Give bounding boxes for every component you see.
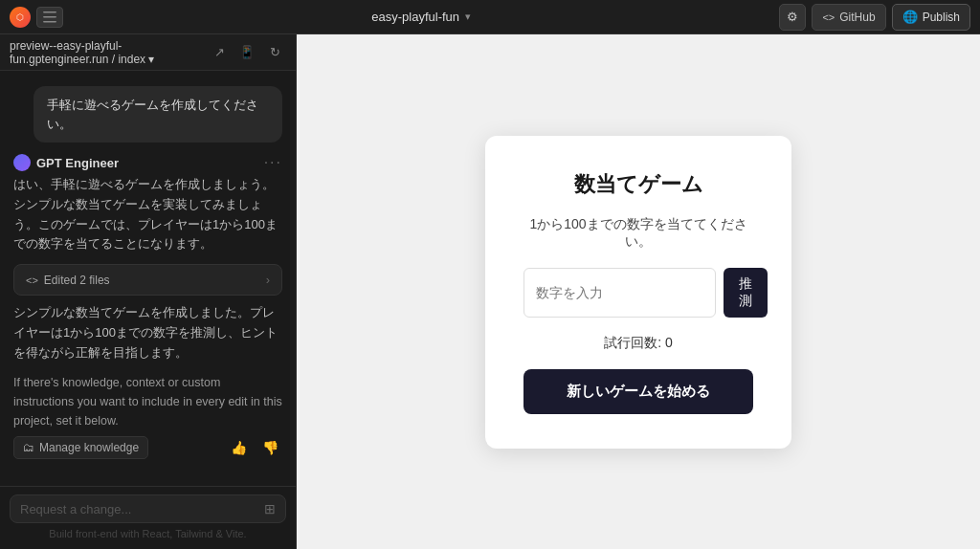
preview-area: 数当てゲーム 1から100までの数字を当ててください。 推測 試行回数: 0 新… bbox=[297, 34, 980, 549]
gpt-response-text: はい、手軽に遊べるゲームを作成しましょう。シンプルな数当てゲームを実装してみまし… bbox=[13, 175, 282, 254]
top-bar-center: easy-playful-fun ▾ bbox=[71, 10, 771, 24]
svg-rect-0 bbox=[43, 11, 56, 13]
knowledge-text: If there's knowledge, context or custom … bbox=[13, 373, 282, 430]
manage-knowledge-icon: 🗂 bbox=[23, 441, 34, 454]
code-icon: <> bbox=[26, 274, 38, 286]
footer-text: Build front-end with React, Tailwind & V… bbox=[10, 523, 286, 541]
refresh-button[interactable]: ↻ bbox=[263, 41, 286, 64]
gpt-avatar bbox=[13, 154, 31, 171]
external-link-button[interactable]: ↗ bbox=[208, 41, 231, 64]
edited-files-label: Edited 2 files bbox=[44, 274, 110, 287]
publish-button[interactable]: 🌐 Publish bbox=[892, 4, 970, 31]
thumbs-up-button[interactable]: 👍 bbox=[227, 438, 251, 457]
code-brackets-icon: <> bbox=[822, 11, 835, 23]
gpt-name-row: GPT Engineer bbox=[13, 154, 119, 171]
manage-knowledge-button[interactable]: 🗂 Manage knowledge bbox=[13, 436, 148, 459]
url-path: / index bbox=[112, 53, 149, 66]
chat-input-row: ⊞ bbox=[10, 494, 286, 523]
game-input-row: 推測 bbox=[523, 268, 753, 318]
url-actions: ↗ 📱 ↻ bbox=[208, 41, 286, 64]
top-bar-left: ⬡ bbox=[10, 7, 63, 28]
edited-files-button[interactable]: <> Edited 2 files › bbox=[13, 264, 282, 296]
attach-icon[interactable]: ⊞ bbox=[264, 501, 276, 516]
gpt-message: GPT Engineer ··· はい、手軽に遊べるゲームを作成しましょう。シン… bbox=[13, 154, 282, 459]
github-label: GitHub bbox=[839, 11, 875, 24]
url-domain: preview--easy-playful-fun.gptengineer.ru… bbox=[10, 39, 122, 66]
globe-icon: 🌐 bbox=[902, 10, 918, 24]
chat-area: 手軽に遊べるゲームを作成してください。 GPT Engineer ··· はい、… bbox=[0, 71, 296, 486]
sidebar: preview--easy-playful-fun.gptengineer.ru… bbox=[0, 34, 297, 549]
github-button[interactable]: <> GitHub bbox=[812, 4, 885, 31]
svg-rect-1 bbox=[43, 16, 56, 18]
project-chevron-icon: ▾ bbox=[465, 11, 471, 23]
edited-files-left: <> Edited 2 files bbox=[26, 274, 110, 287]
publish-label: Publish bbox=[923, 11, 960, 24]
svg-rect-2 bbox=[43, 21, 56, 23]
game-subtitle: 1から100までの数字を当ててください。 bbox=[523, 216, 753, 251]
url-bar: preview--easy-playful-fun.gptengineer.ru… bbox=[0, 34, 296, 71]
sidebar-toggle-button[interactable] bbox=[36, 7, 63, 28]
thumbs-down-button[interactable]: 👎 bbox=[258, 438, 282, 457]
game-card: 数当てゲーム 1から100までの数字を当ててください。 推測 試行回数: 0 新… bbox=[485, 136, 791, 449]
url-chevron: ▾ bbox=[148, 53, 154, 66]
attempts-text: 試行回数: 0 bbox=[604, 335, 673, 352]
manage-knowledge-label: Manage knowledge bbox=[39, 441, 139, 454]
top-bar-right: ⚙ <> GitHub 🌐 Publish bbox=[779, 4, 970, 31]
settings-button[interactable]: ⚙ bbox=[779, 4, 806, 31]
chat-input[interactable] bbox=[20, 502, 256, 516]
project-name: easy-playful-fun bbox=[371, 10, 459, 24]
game-title: 数当てゲーム bbox=[574, 170, 703, 199]
gpt-header: GPT Engineer ··· bbox=[13, 154, 282, 171]
guess-button[interactable]: 推測 bbox=[724, 268, 768, 318]
action-buttons: 🗂 Manage knowledge 👍 👎 bbox=[13, 436, 282, 459]
chevron-right-icon: › bbox=[266, 273, 270, 287]
gpt-name-label: GPT Engineer bbox=[36, 156, 119, 170]
user-message: 手軽に遊べるゲームを作成してください。 bbox=[33, 86, 282, 143]
number-input[interactable] bbox=[523, 268, 716, 318]
gpt-menu-icon[interactable]: ··· bbox=[264, 154, 282, 171]
top-bar: ⬡ easy-playful-fun ▾ ⚙ <> GitHub 🌐 Publi… bbox=[0, 0, 980, 34]
url-text: preview--easy-playful-fun.gptengineer.ru… bbox=[10, 39, 200, 66]
gpt-follow-text: シンプルな数当てゲームを作成しました。プレイヤーは1から100までの数字を推測し… bbox=[13, 303, 282, 362]
main-content: preview--easy-playful-fun.gptengineer.ru… bbox=[0, 34, 980, 549]
thumbs-container: 👍 👎 bbox=[227, 438, 282, 457]
new-game-button[interactable]: 新しいゲームを始める bbox=[523, 369, 753, 414]
mobile-view-button[interactable]: 📱 bbox=[235, 41, 258, 64]
chat-input-area: ⊞ Build front-end with React, Tailwind &… bbox=[0, 486, 296, 549]
app-logo: ⬡ bbox=[10, 7, 31, 28]
